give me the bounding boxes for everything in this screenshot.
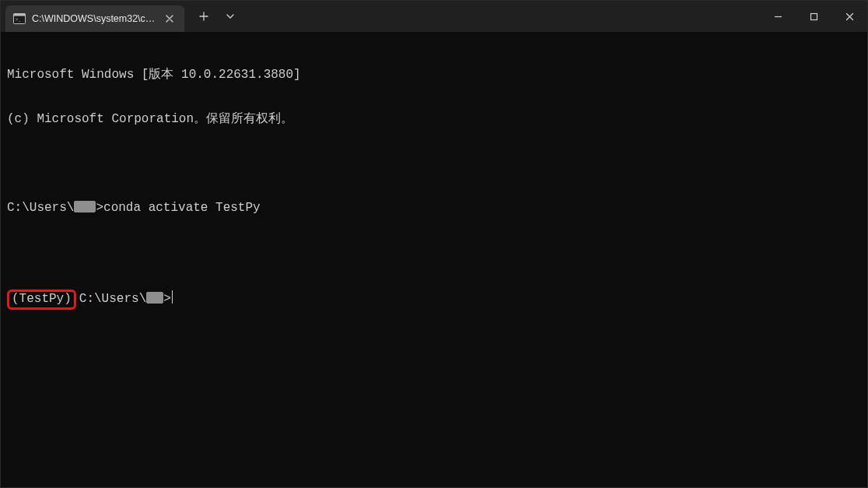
command-line-1: C:\Users\>conda activate TestPy [7, 201, 861, 216]
text-cursor [172, 290, 173, 304]
prompt-prefix: C:\Users\ [7, 201, 74, 215]
prompt-prefix: C:\Users\ [79, 292, 146, 306]
minimize-button[interactable] [760, 1, 796, 32]
conda-env-label: (TestPy) [12, 292, 72, 306]
svg-text:>_: >_ [16, 17, 21, 22]
current-prompt-line: (TestPy)C:\Users\> [7, 290, 861, 310]
new-tab-button[interactable] [192, 5, 215, 28]
svg-rect-3 [810, 13, 817, 19]
window-titlebar: >_ C:\WINDOWS\system32\cmd. [1, 1, 867, 32]
tab-cmd[interactable]: >_ C:\WINDOWS\system32\cmd. [5, 5, 184, 32]
tab-dropdown-button[interactable] [219, 5, 242, 28]
close-window-button[interactable] [831, 1, 867, 32]
env-highlight-frame: (TestPy) [7, 290, 76, 310]
cmd-icon: >_ [13, 12, 26, 25]
blank-line [7, 245, 861, 260]
prompt-suffix: > [96, 201, 103, 215]
svg-rect-1 [14, 14, 26, 16]
banner-line-2: (c) Microsoft Corporation。保留所有权利。 [7, 112, 861, 127]
tab-title: C:\WINDOWS\system32\cmd. [32, 13, 156, 24]
env-highlight: (TestPy) [7, 290, 76, 310]
terminal-window: >_ C:\WINDOWS\system32\cmd. [0, 0, 868, 488]
maximize-button[interactable] [796, 1, 831, 32]
tab-strip: >_ C:\WINDOWS\system32\cmd. [1, 1, 184, 32]
window-controls [760, 1, 867, 32]
titlebar-drag-region[interactable] [242, 1, 760, 32]
tab-actions [184, 1, 242, 32]
blank-line [7, 156, 861, 171]
prompt-suffix: > [163, 292, 171, 306]
command-text: conda activate TestPy [103, 201, 261, 215]
terminal-output[interactable]: Microsoft Windows [版本 10.0.22631.3880] (… [1, 32, 867, 487]
banner-line-1: Microsoft Windows [版本 10.0.22631.3880] [7, 68, 861, 83]
redacted-username [74, 201, 96, 212]
tab-close-button[interactable] [163, 12, 177, 26]
redacted-username [146, 292, 163, 304]
